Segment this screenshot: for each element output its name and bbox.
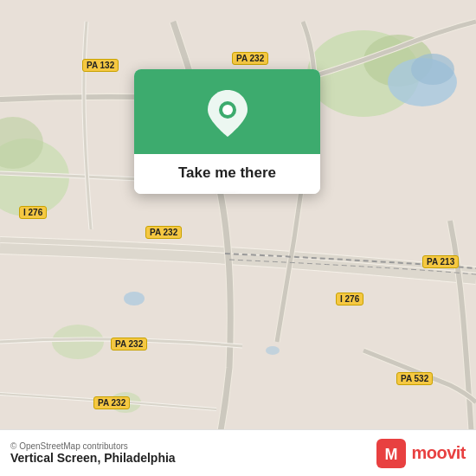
svg-point-12 [222, 105, 233, 115]
road-label-pa232-top: PA 232 [232, 52, 268, 65]
svg-point-9 [124, 292, 145, 306]
svg-point-5 [52, 325, 104, 359]
attribution-text: © OpenStreetMap contributors [10, 441, 176, 451]
moovit-logo: M moovit [376, 439, 466, 468]
bottom-bar: © OpenStreetMap contributors Vertical Sc… [0, 429, 476, 476]
road-label-pa213: PA 213 [422, 255, 459, 268]
moovit-text: moovit [411, 443, 466, 463]
moovit-icon: M [376, 439, 406, 468]
road-label-pa232-mid: PA 232 [145, 226, 182, 239]
location-pin-icon [205, 88, 250, 138]
svg-point-8 [411, 54, 454, 85]
location-title: Vertical Screen, Philadelphia [10, 451, 176, 465]
road-label-i276-left: I 276 [19, 206, 47, 219]
take-me-there-button[interactable]: Take me there [134, 154, 320, 194]
popup-card: Take me there [134, 69, 320, 194]
bottom-info: © OpenStreetMap contributors Vertical Sc… [10, 441, 176, 465]
popup-green-header [134, 69, 320, 154]
svg-text:M: M [385, 446, 398, 463]
road-label-pa232-bot: PA 232 [111, 338, 147, 351]
road-label-pa132: PA 132 [82, 59, 119, 72]
road-label-pa232-bot2: PA 232 [93, 396, 130, 409]
map-container: PA 132 PA 232 I 276 PA 232 PA 213 I 276 … [0, 0, 476, 476]
road-label-i276-right: I 276 [336, 293, 363, 306]
road-label-pa532: PA 532 [396, 372, 433, 385]
svg-point-10 [266, 346, 280, 355]
